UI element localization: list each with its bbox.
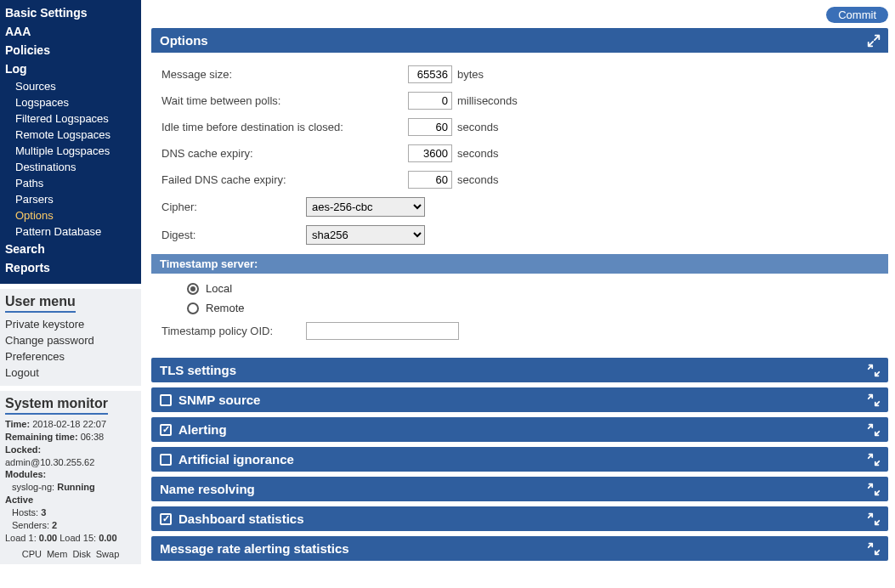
nav-item-log[interactable]: Log [0,59,141,78]
panel-title: Name resolving [160,482,255,496]
message-size-label: Message size: [161,68,408,81]
options-panel-header[interactable]: Options [151,28,888,53]
sysmon-tab-disk[interactable]: Disk [72,549,90,559]
panel-header-alerting[interactable]: Alerting [151,417,888,442]
user-menu-item-change-password[interactable]: Change password [5,332,136,348]
nav-item-options[interactable]: Options [0,207,141,223]
panel-title: Dashboard statistics [178,512,304,526]
dns-expiry-label: DNS cache expiry: [161,147,408,160]
sm-load15-label: Load 15: [59,533,96,543]
expand-icon[interactable] [866,512,881,527]
panel-name-resolving: Name resolving [151,477,888,501]
cipher-select[interactable]: aes-256-cbc [306,197,425,217]
idle-time-input[interactable] [408,118,452,136]
radio-selected-icon [187,283,199,295]
panel-header-message-rate-alerting-statistics[interactable]: Message rate alerting statistics [151,536,888,561]
nav-item-destinations[interactable]: Destinations [0,159,141,175]
nav-item-reports[interactable]: Reports [0,258,141,277]
nav-item-pattern-database[interactable]: Pattern Database [0,223,141,240]
dns-expiry-unit: seconds [457,147,498,160]
panel-message-rate-alerting-statistics: Message rate alerting statistics [151,536,888,561]
nav-item-logspaces[interactable]: Logspaces [0,94,141,110]
nav-item-policies[interactable]: Policies [0,41,141,59]
sm-locked-label: Locked: [5,444,41,455]
user-menu-item-logout[interactable]: Logout [5,365,136,381]
nav-item-search[interactable]: Search [0,240,141,258]
expand-icon[interactable] [866,393,881,408]
panel-artificial-ignorance: Artificial ignorance [151,447,888,472]
timestamp-oid-input[interactable] [306,322,459,340]
timestamp-oid-label: Timestamp policy OID: [161,325,306,337]
commit-button[interactable]: Commit [826,7,888,23]
sm-hosts-value: 3 [41,507,46,517]
timestamp-remote-radio[interactable]: Remote [161,298,878,318]
radio-unselected-icon [187,302,199,314]
sm-senders-value: 2 [52,520,57,530]
timestamp-local-radio[interactable]: Local [161,279,878,298]
sm-remaining-value: 06:38 [81,432,105,442]
panel-header-snmp-source[interactable]: SNMP source [151,387,888,412]
system-monitor-title: System monitor [5,396,108,415]
expand-icon[interactable] [866,422,881,438]
failed-dns-input[interactable] [408,171,452,189]
nav-item-remote-logspaces[interactable]: Remote Logspaces [0,127,141,143]
digest-select[interactable]: sha256 [306,225,425,245]
nav-item-parsers[interactable]: Parsers [0,191,141,207]
expand-icon[interactable] [866,541,881,557]
sm-modules-label: Modules: [5,469,46,479]
panel-dashboard-statistics: Dashboard statistics [151,506,888,531]
expand-icon[interactable] [866,363,881,378]
panel-header-name-resolving[interactable]: Name resolving [151,477,888,501]
user-menu-item-preferences[interactable]: Preferences [5,348,136,365]
nav-item-filtered-logspaces[interactable]: Filtered Logspaces [0,110,141,127]
nav-item-sources[interactable]: Sources [0,78,141,94]
sm-locked-value: admin@10.30.255.62 [5,457,94,467]
panel-header-tls-settings[interactable]: TLS settings [151,358,888,382]
failed-dns-label: Failed DNS cache expiry: [161,173,408,186]
user-menu-item-private-keystore[interactable]: Private keystore [5,316,136,332]
nav-item-multiple-logspaces[interactable]: Multiple Logspaces [0,143,141,159]
panel-tls-settings: TLS settings [151,358,888,382]
options-panel-title: Options [160,33,208,48]
checkbox-unchecked-icon[interactable] [160,454,172,466]
message-size-unit: bytes [457,68,484,81]
panel-header-artificial-ignorance[interactable]: Artificial ignorance [151,447,888,472]
panel-title: Message rate alerting statistics [160,541,349,556]
sm-load1-label: Load 1: [5,533,37,543]
nav-item-basic-settings[interactable]: Basic Settings [0,3,141,22]
panel-alerting: Alerting [151,417,888,442]
sm-senders-label: Senders: [12,520,49,530]
sm-load15-value: 0.00 [99,533,116,543]
collapse-icon[interactable] [866,33,881,48]
panel-snmp-source: SNMP source [151,387,888,412]
expand-icon[interactable] [866,482,881,497]
panel-header-dashboard-statistics[interactable]: Dashboard statistics [151,506,888,531]
panel-title: Artificial ignorance [178,452,294,466]
timestamp-local-label: Local [206,282,232,295]
system-monitor: System monitor Time: 2018-02-18 22:07 Re… [0,391,141,564]
options-panel: Options Message size: bytes Wait time be… [151,28,888,353]
message-size-input[interactable] [408,65,452,83]
sm-remaining-label: Remaining time: [5,432,78,442]
sm-time-label: Time: [5,419,30,429]
checkbox-unchecked-icon[interactable] [160,394,172,406]
sysmon-tab-cpu[interactable]: CPU [22,549,42,559]
wait-time-input[interactable] [408,92,452,110]
checkbox-checked-icon[interactable] [160,424,172,436]
digest-label: Digest: [161,229,306,241]
panel-title: SNMP source [178,393,260,407]
idle-time-label: Idle time before destination is closed: [161,121,408,133]
checkbox-checked-icon[interactable] [160,513,172,525]
sm-time-value: 2018-02-18 22:07 [32,419,106,429]
sysmon-tab-swap[interactable]: Swap [96,549,120,559]
expand-icon[interactable] [866,452,881,467]
nav-item-paths[interactable]: Paths [0,175,141,191]
idle-time-unit: seconds [457,121,498,133]
failed-dns-unit: seconds [457,173,498,186]
sm-module-name: syslog-ng: [12,482,54,492]
sysmon-tab-mem[interactable]: Mem [47,549,67,559]
nav-item-aaa[interactable]: AAA [0,22,141,41]
user-menu: User menu Private keystoreChange passwor… [0,289,141,386]
dns-expiry-input[interactable] [408,144,452,162]
sm-module-status: Running [57,482,95,492]
